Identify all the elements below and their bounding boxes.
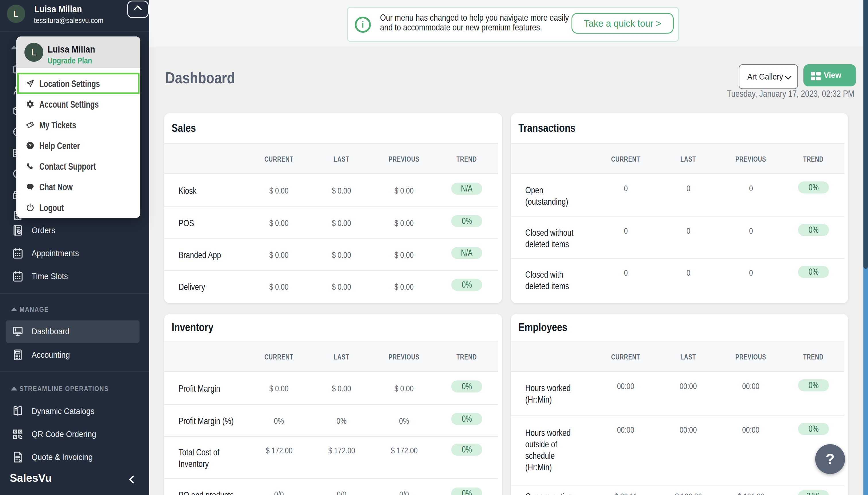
svg-text:?: ? (29, 143, 32, 149)
